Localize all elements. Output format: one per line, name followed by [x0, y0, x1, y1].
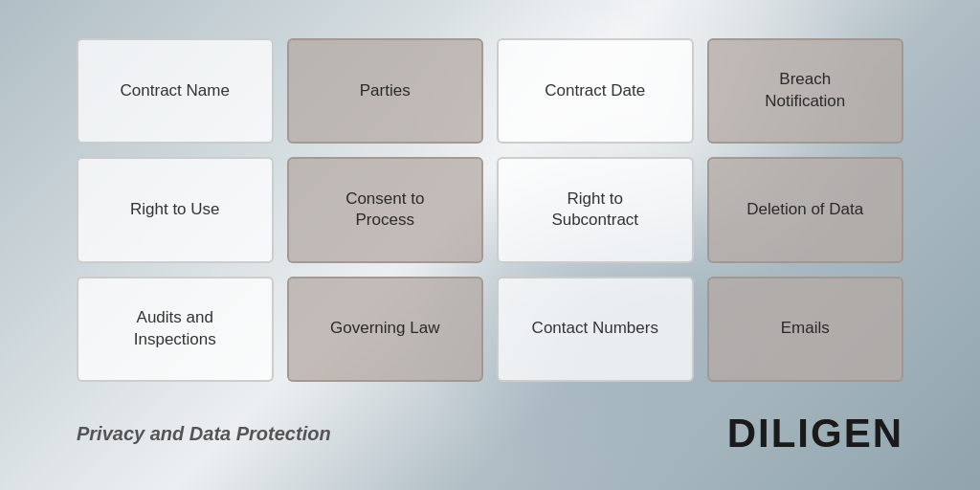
logo: DILIGEN: [727, 411, 903, 457]
card-contract-date[interactable]: Contract Date: [497, 38, 694, 144]
card-deletion-of-data[interactable]: Deletion of Data: [707, 157, 904, 262]
card-consent-to-process[interactable]: Consent toProcess: [287, 157, 484, 262]
card-right-to-use[interactable]: Right to Use: [77, 157, 274, 262]
page-content: Contract NamePartiesContract DateBreachN…: [0, 0, 980, 490]
card-right-to-subcontract[interactable]: Right toSubcontract: [497, 157, 694, 262]
card-emails[interactable]: Emails: [707, 277, 904, 382]
card-parties[interactable]: Parties: [287, 38, 484, 144]
card-governing-law[interactable]: Governing Law: [287, 277, 484, 382]
footer: Privacy and Data Protection DILIGEN: [77, 411, 903, 457]
card-grid: Contract NamePartiesContract DateBreachN…: [77, 38, 903, 382]
card-audits-and-inspections[interactable]: Audits andInspections: [77, 277, 274, 382]
card-contact-numbers[interactable]: Contact Numbers: [497, 277, 694, 382]
tagline: Privacy and Data Protection: [77, 423, 331, 445]
card-contract-name[interactable]: Contract Name: [77, 38, 274, 144]
card-breach-notification[interactable]: BreachNotification: [707, 38, 904, 144]
